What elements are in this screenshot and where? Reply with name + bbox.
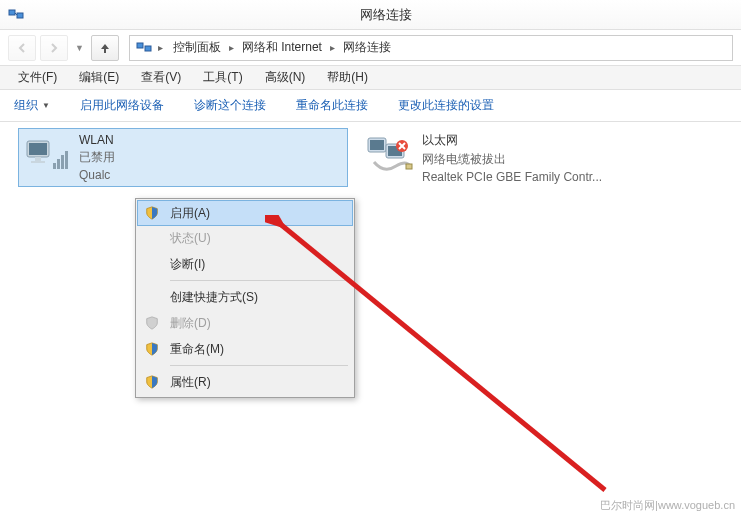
ctx-properties-label: 属性(R) bbox=[170, 374, 211, 391]
adapter-status: 网络电缆被拔出 bbox=[422, 151, 602, 168]
context-menu: 启用(A) 状态(U) 诊断(I) 创建快捷方式(S) 删除(D) 重命名(M)… bbox=[135, 198, 355, 398]
ctx-rename[interactable]: 重命名(M) bbox=[138, 336, 352, 362]
shield-icon bbox=[144, 341, 160, 357]
svg-rect-8 bbox=[31, 161, 45, 163]
nav-bar: ▼ ▸ 控制面板 ▸ 网络和 Internet ▸ 网络连接 bbox=[0, 30, 741, 66]
chevron-right-icon: ▸ bbox=[330, 42, 335, 53]
ctx-rename-label: 重命名(M) bbox=[170, 341, 224, 358]
ctx-delete-label: 删除(D) bbox=[170, 315, 211, 332]
menu-bar: 文件(F) 编辑(E) 查看(V) 工具(T) 高级(N) 帮助(H) bbox=[0, 66, 741, 90]
ethernet-adapter-icon bbox=[366, 132, 414, 180]
separator bbox=[170, 280, 348, 281]
recent-chevron[interactable]: ▼ bbox=[72, 43, 87, 53]
adapter-status: 已禁用 bbox=[79, 149, 115, 166]
ctx-diagnose[interactable]: 诊断(I) bbox=[138, 251, 352, 277]
svg-rect-9 bbox=[53, 163, 56, 169]
crumb-network-connections[interactable]: 网络连接 bbox=[339, 37, 395, 58]
chevron-right-icon: ▸ bbox=[229, 42, 234, 53]
svg-rect-12 bbox=[65, 151, 68, 169]
adapter-detail: Realtek PCIe GBE Family Contr... bbox=[422, 170, 602, 184]
organize-label: 组织 bbox=[14, 97, 38, 114]
menu-tools[interactable]: 工具(T) bbox=[193, 66, 252, 89]
adapter-wlan[interactable]: WLAN 已禁用 Qualc bbox=[18, 128, 348, 187]
ctx-diagnose-label: 诊断(I) bbox=[170, 256, 205, 273]
crumb-network-internet[interactable]: 网络和 Internet bbox=[238, 37, 326, 58]
breadcrumb: 控制面板 ▸ 网络和 Internet ▸ 网络连接 bbox=[169, 37, 395, 58]
crumb-control-panel[interactable]: 控制面板 bbox=[169, 37, 225, 58]
ctx-delete: 删除(D) bbox=[138, 310, 352, 336]
adapters-pane: WLAN 已禁用 Qualc 以太网 网络电缆被拔出 Realtek PCIe … bbox=[0, 122, 741, 497]
app-icon bbox=[8, 7, 24, 23]
ctx-status: 状态(U) bbox=[138, 225, 352, 251]
svg-rect-7 bbox=[35, 157, 41, 161]
change-settings-button[interactable]: 更改此连接的设置 bbox=[392, 93, 500, 118]
shield-icon bbox=[144, 205, 160, 221]
watermark: 巴尔时尚网|www.vogueb.cn bbox=[600, 498, 735, 513]
ctx-shortcut-label: 创建快捷方式(S) bbox=[170, 289, 258, 306]
window-title: 网络连接 bbox=[30, 6, 741, 24]
shield-icon bbox=[144, 374, 160, 390]
back-button[interactable] bbox=[8, 35, 36, 61]
adapter-ethernet[interactable]: 以太网 网络电缆被拔出 Realtek PCIe GBE Family Cont… bbox=[362, 128, 692, 188]
adapter-name: WLAN bbox=[79, 133, 115, 147]
adapter-name: 以太网 bbox=[422, 132, 602, 149]
forward-button[interactable] bbox=[40, 35, 68, 61]
menu-file[interactable]: 文件(F) bbox=[8, 66, 67, 89]
organize-button[interactable]: 组织 ▼ bbox=[8, 93, 56, 118]
enable-device-button[interactable]: 启用此网络设备 bbox=[74, 93, 170, 118]
svg-rect-11 bbox=[61, 155, 64, 169]
menu-help[interactable]: 帮助(H) bbox=[317, 66, 378, 89]
svg-rect-6 bbox=[29, 143, 47, 155]
svg-rect-14 bbox=[370, 140, 384, 150]
ctx-create-shortcut[interactable]: 创建快捷方式(S) bbox=[138, 284, 352, 310]
network-connections-icon bbox=[136, 40, 152, 56]
menu-edit[interactable]: 编辑(E) bbox=[69, 66, 129, 89]
address-bar[interactable]: ▸ 控制面板 ▸ 网络和 Internet ▸ 网络连接 bbox=[129, 35, 733, 61]
svg-rect-4 bbox=[145, 46, 151, 51]
title-bar: 网络连接 bbox=[0, 0, 741, 30]
svg-rect-1 bbox=[17, 13, 23, 18]
adapter-detail: Qualc bbox=[79, 168, 115, 182]
menu-advanced[interactable]: 高级(N) bbox=[255, 66, 316, 89]
up-button[interactable] bbox=[91, 35, 119, 61]
svg-rect-17 bbox=[406, 164, 412, 169]
svg-rect-0 bbox=[9, 10, 15, 15]
svg-rect-3 bbox=[137, 43, 143, 48]
command-bar: 组织 ▼ 启用此网络设备 诊断这个连接 重命名此连接 更改此连接的设置 bbox=[0, 90, 741, 122]
ctx-status-label: 状态(U) bbox=[170, 230, 211, 247]
menu-view[interactable]: 查看(V) bbox=[131, 66, 191, 89]
chevron-right-icon[interactable]: ▸ bbox=[158, 42, 163, 53]
rename-connection-button[interactable]: 重命名此连接 bbox=[290, 93, 374, 118]
ctx-enable[interactable]: 启用(A) bbox=[137, 200, 353, 226]
shield-icon bbox=[144, 315, 160, 331]
diagnose-button[interactable]: 诊断这个连接 bbox=[188, 93, 272, 118]
svg-rect-10 bbox=[57, 159, 60, 169]
ctx-enable-label: 启用(A) bbox=[170, 205, 210, 222]
ctx-properties[interactable]: 属性(R) bbox=[138, 369, 352, 395]
wlan-adapter-icon bbox=[23, 133, 71, 181]
separator bbox=[170, 365, 348, 366]
chevron-down-icon: ▼ bbox=[42, 101, 50, 110]
